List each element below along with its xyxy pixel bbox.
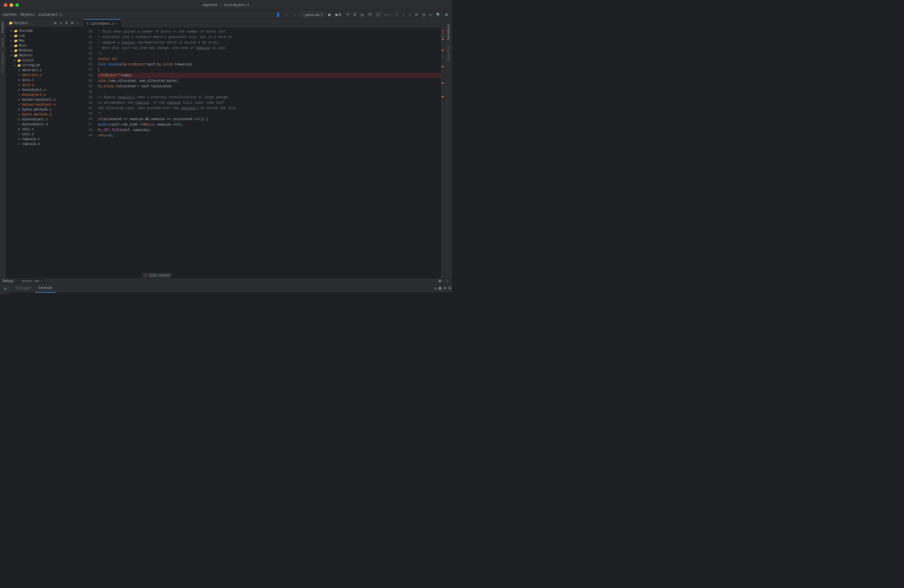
console-toolbar-settings[interactable]: ⚙ xyxy=(443,286,447,291)
code-line-35: static int xyxy=(98,56,441,62)
gear-icon[interactable]: ⚙ xyxy=(70,21,75,25)
console-toolbar-wrap[interactable]: ≡ xyxy=(434,286,438,291)
breadcrumb-cpython[interactable]: cpython xyxy=(3,13,16,17)
git-revert-button[interactable]: ↺ xyxy=(414,12,419,17)
code-line-43: to accommodate the newsize. If the newsi… xyxy=(98,100,441,106)
code-line-38: ● PyObject **items; xyxy=(98,73,441,78)
profile-run-button[interactable]: ⏱ xyxy=(367,12,373,17)
settings-button[interactable]: ⚙ xyxy=(444,12,449,17)
code-line-33: * Note that self->ob_item may change, an… xyxy=(98,46,441,51)
debug-run-button[interactable]: ▶⚙ xyxy=(334,12,343,17)
maximize-button[interactable] xyxy=(15,3,19,7)
resume-button[interactable]: ▶ xyxy=(2,285,9,292)
code-line-46: if (allocated >= newsize && newsize >= (… xyxy=(98,117,441,122)
step-over-dbg-button[interactable]: ↷ xyxy=(2,293,9,294)
code-line-36: list_resize(PyListObject *self, Py_ssize… xyxy=(98,62,441,67)
debug-settings-button[interactable]: ⚙ xyxy=(437,278,443,284)
code-line-47: assert(self->ob_item != NULL || newsize … xyxy=(98,122,441,128)
scrollbar[interactable]: ⚠20 ✗1 ℹ199 xyxy=(441,28,444,278)
folder-icon: 📁 xyxy=(9,21,13,25)
tree-item-abstract-o[interactable]: ▶○abstract.o xyxy=(6,73,82,77)
console-layout-button[interactable]: ⊞ xyxy=(447,286,452,291)
debug-close-button[interactable]: − xyxy=(445,278,449,284)
debug-session-selector[interactable]: ⑂ python-dev ▾ xyxy=(17,279,44,283)
tree-item-mac[interactable]: ▶📁Mac xyxy=(6,38,82,43)
vert-tab-project[interactable]: Project xyxy=(0,19,5,35)
tree-item-bytearrayobject-c[interactable]: ▶Cbytearrayobject.c xyxy=(6,97,82,102)
project-tree: ▶📁Include ▶📁Lib ▶📁Mac ▶📁Misc ▶📁Modules ▼… xyxy=(6,27,82,278)
warning-count: ⚠20 xyxy=(441,29,444,32)
run-button[interactable]: ▶ xyxy=(327,12,332,17)
branch-name: python-dev xyxy=(305,13,320,16)
tree-item-bytearrayobject-o[interactable]: ▶○bytearrayobject.o xyxy=(6,102,82,107)
git-history-button[interactable]: ◷ xyxy=(421,12,426,17)
close-button[interactable] xyxy=(4,3,7,7)
right-vert-tabs: Database Makefile xyxy=(444,19,452,278)
code-line-49: return 0; xyxy=(98,133,441,138)
list-view-button[interactable]: ≡ xyxy=(59,21,63,25)
breadcrumb-file[interactable]: listobject.c xyxy=(38,13,62,17)
tree-item-bytes-methods-o[interactable]: ▶○bytes_methods.o xyxy=(6,112,82,117)
vert-tab-pull-requests[interactable]: Pull Requests xyxy=(0,49,5,75)
tree-item-capsule-o[interactable]: ▶○capsule.o xyxy=(6,142,82,147)
sync-button[interactable]: ⚙ xyxy=(53,21,58,25)
tree-item-boolobject-o[interactable]: ▶○boolobject.o xyxy=(6,92,82,97)
scroll-marker-1 xyxy=(442,39,444,40)
tree-item-accu-c[interactable]: ▶Caccu.c xyxy=(6,77,82,82)
branch-selector[interactable]: ⑂ python-dev ▾ xyxy=(299,12,325,17)
tree-item-clinic[interactable]: ▶📁clinic xyxy=(6,58,82,63)
back-button[interactable]: ← xyxy=(284,12,289,17)
tree-item-bytes-methods-c[interactable]: ▶Cbytes_methods.c xyxy=(6,107,82,112)
code-editor[interactable]: * fails when passed a number of bytes <=… xyxy=(96,28,441,278)
tree-item-objects[interactable]: ▼📁Objects xyxy=(6,53,82,58)
stop-button[interactable]: ⬛ xyxy=(375,12,381,17)
code-line-42: /* Bypass realloc() when a previous over… xyxy=(98,95,441,100)
sort-button[interactable]: ⇅ xyxy=(64,21,69,25)
tree-item-call-c[interactable]: ▶Ccall.c xyxy=(6,127,82,132)
console-toolbar-filter[interactable]: ▦ xyxy=(438,286,443,291)
forward-button[interactable]: → xyxy=(291,12,297,17)
breadcrumb-objects[interactable]: Objects xyxy=(21,13,34,17)
tree-item-include[interactable]: ▶📁Include xyxy=(6,28,82,33)
debug-label: Debug: xyxy=(3,279,14,283)
debug-tab-bar: Debugger Console ≡ ▦ ⚙ ⊞ xyxy=(11,284,452,292)
tree-item-capsule-c[interactable]: ▶Ccapsule.c xyxy=(6,137,82,142)
git-push-button[interactable]: ↑ xyxy=(401,12,406,17)
code-line-40: Py_ssize_t allocated = self->allocated; xyxy=(98,84,441,89)
coverage-button[interactable]: ◎ xyxy=(360,12,365,17)
vert-tab-commit[interactable]: Commit xyxy=(0,35,5,49)
tree-item-misc[interactable]: ▶📁Misc xyxy=(6,43,82,48)
tree-item-lib[interactable]: ▶📁Lib xyxy=(6,33,82,38)
minimize-button[interactable] xyxy=(9,3,13,7)
step-over-button[interactable]: ↷ xyxy=(345,12,350,17)
session-branch-icon: ⑂ xyxy=(19,280,21,283)
editor-tab-listobject[interactable]: C listobject.c × xyxy=(84,19,121,28)
profile-button[interactable]: 👤 xyxy=(275,12,281,17)
right-tab-database[interactable]: Database xyxy=(446,21,451,43)
breadcrumb-right-tools: 👤 ← → ⑂ python-dev ▾ ▶ ▶⚙ ↷ ↺ ◎ ⏱ ⬛ Git:… xyxy=(275,12,449,17)
code-line-30: * fails when passed a number of bytes <=… xyxy=(98,29,441,35)
tree-item-bytesobject-o[interactable]: ▶○bytesobject.o xyxy=(6,122,82,127)
reload-button[interactable]: ↺ xyxy=(352,12,357,17)
right-tab-makefile[interactable]: Makefile xyxy=(446,43,451,63)
project-panel: 📁 Project ▾ ⚙ ≡ ⇅ ⚙ − ▶📁Include ▶📁Lib ▶📁… xyxy=(6,19,82,278)
console-content[interactable]: /Users/rhoboro/go/src/github.com/python/… xyxy=(11,292,452,294)
tree-item-stringlib[interactable]: ▶📁stringlib xyxy=(6,63,82,68)
git-check-button[interactable]: ✓ xyxy=(394,12,399,17)
tree-item-bytesobject-c[interactable]: ▶Cbytesobject.c xyxy=(6,117,82,122)
tree-item-abstract-c[interactable]: ▶Cabstract.c xyxy=(6,68,82,73)
tree-item-modules[interactable]: ▶📁Modules xyxy=(6,48,82,53)
minimize-panel-button[interactable]: − xyxy=(76,21,79,25)
git-fetch-button[interactable]: ↓ xyxy=(408,12,412,17)
tree-item-boolobject-c[interactable]: ▶Cboolobject.c xyxy=(6,87,82,92)
debug-panel: Debug: ⑂ python-dev ▾ ⚙ − ▶ ↷ ↓ ↑ →| ⬛ ↺… xyxy=(0,278,452,294)
code-line-37: { xyxy=(98,67,441,73)
console-tab[interactable]: Console xyxy=(35,284,56,292)
tab-close-button[interactable]: × xyxy=(116,22,118,25)
search-button[interactable]: 🔍 xyxy=(435,12,442,17)
git-rollback-button[interactable]: ⎌ xyxy=(428,12,433,17)
tree-item-call-o[interactable]: ▶○call.o xyxy=(6,132,82,137)
project-header-icons: ⚙ ≡ ⇅ ⚙ − xyxy=(53,21,79,25)
debugger-tab[interactable]: Debugger xyxy=(13,284,35,292)
tree-item-accu-o[interactable]: ▶○accu.o xyxy=(6,82,82,87)
